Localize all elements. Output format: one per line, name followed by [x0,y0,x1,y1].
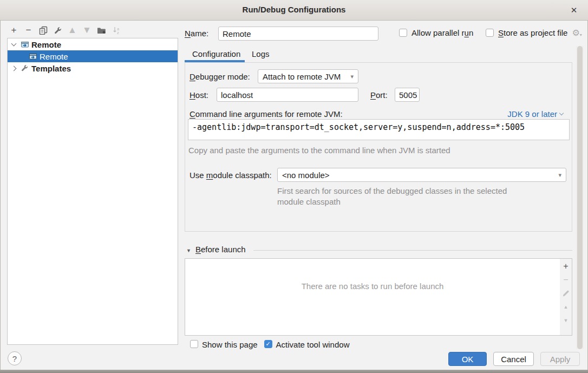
remote-configuration-icon [21,40,29,49]
host-input[interactable]: localhost [217,88,358,102]
move-down-icon[interactable]: ▼ [82,25,92,36]
store-as-project-file-option: Store as project file ⚙▾ [486,28,582,37]
activate-tool-window-label: Activate tool window [276,340,350,349]
module-classpath-select[interactable]: <no module> ▾ [277,168,566,182]
chevron-right-icon[interactable] [11,66,17,71]
configurations-toolbar: + − ▲ ▼ az [9,24,121,36]
close-icon[interactable]: ✕ [566,3,582,17]
tree-item-remote-group[interactable]: Remote [8,38,178,50]
before-launch-collapse-icon[interactable]: ▼ [186,248,191,253]
activate-tool-window-checkbox[interactable]: ✓ [264,340,272,348]
move-task-down-icon[interactable]: ▼ [561,316,571,325]
templates-wrench-icon [21,64,29,73]
page-options-row: Show this page ✓ Activate tool window [190,340,417,349]
sort-configurations-icon[interactable]: az [111,25,121,36]
add-task-button[interactable]: + [561,261,571,271]
chevron-down-icon[interactable] [11,41,17,47]
debugger-mode-select[interactable]: Attach to remote JVM ▾ [258,69,358,83]
dialog-title: Run/Debug Configurations [0,5,588,14]
store-as-project-file-checkbox[interactable] [486,29,494,37]
tree-item-label: Remote [31,40,61,49]
help-button[interactable]: ? [8,351,22,365]
remove-task-button[interactable]: − [561,275,571,285]
create-new-folder-icon[interactable] [96,25,107,36]
apply-button[interactable]: Apply [540,352,580,366]
before-launch-title: Before launch [195,245,246,254]
command-line-arguments-label: Command line arguments for remote JVM: [190,109,343,119]
remove-configuration-button[interactable]: − [23,25,34,36]
debugger-mode-label: Debugger mode: [190,72,250,81]
tree-item-remote-selected[interactable]: Remote [8,50,178,62]
edit-defaults-wrench-icon[interactable] [53,25,63,36]
command-line-arguments-field[interactable]: -agentlib:jdwp=transport=dt_socket,serve… [188,119,570,140]
tree-item-templates[interactable]: Templates [8,62,178,74]
show-this-page-option: Show this page [190,340,258,349]
chevron-down-icon: ▾ [558,172,561,179]
tree-item-label: Remote [40,52,68,61]
store-settings-gear-icon[interactable]: ⚙▾ [572,29,582,37]
use-module-classpath-label: Use module classpath: [190,171,272,180]
activate-tool-window-option: ✓ Activate tool window [264,340,350,349]
before-launch-task-list[interactable]: There are no tasks to run before launch [185,258,560,336]
module-hint-line2: module classpath [277,197,341,206]
cancel-button[interactable]: Cancel [493,352,534,366]
port-label: Port: [370,90,388,100]
store-as-project-file-label: Store as project file [498,28,567,37]
show-this-page-checkbox[interactable] [190,340,198,348]
allow-parallel-run-option: Allow parallel run [399,28,473,37]
port-input[interactable]: 5005 [395,88,420,102]
module-hint-line1: First search for sources of the debugged… [277,186,507,195]
move-up-icon[interactable]: ▲ [67,25,77,36]
allow-parallel-run-checkbox[interactable] [399,29,407,37]
configurations-tree: Remote Remote Templates [7,38,178,345]
scrollbar-thumb[interactable] [577,46,583,349]
tree-item-label: Templates [31,64,71,73]
copy-configuration-icon[interactable] [38,25,48,36]
move-task-up-icon[interactable]: ▲ [561,302,571,312]
name-label: Name: [185,29,208,38]
name-input[interactable]: Remote [218,27,378,41]
before-launch-empty-text: There are no tasks to run before launch [185,282,560,291]
command-line-hint: Copy and paste the arguments to the comm… [188,146,450,155]
before-launch-separator [253,250,572,251]
ok-button[interactable]: OK [448,352,487,366]
chevron-down-icon [559,111,564,115]
show-this-page-label: Show this page [202,340,258,349]
tab-configuration[interactable]: Configuration [192,49,240,58]
remote-configuration-icon [29,52,37,61]
add-configuration-button[interactable]: + [9,25,19,36]
vertical-scrollbar[interactable] [576,46,584,349]
configuration-form: Debugger mode: Attach to remote JVM ▾ Ho… [185,62,572,232]
jdk-version-dropdown-link[interactable]: JDK 9 or later [507,109,563,119]
run-debug-configurations-dialog: Run/Debug Configurations ✕ + − ▲ ▼ az Re… [0,0,588,373]
svg-text:z: z [117,30,119,35]
window-bottom-edge [0,370,588,373]
titlebar: Run/Debug Configurations ✕ [0,0,588,21]
allow-parallel-run-label: Allow parallel run [411,28,473,37]
host-label: Host: [190,90,208,100]
tab-logs[interactable]: Logs [252,49,270,58]
edit-task-pencil-icon[interactable] [561,289,571,298]
before-launch-toolbar: + − ▲ ▼ [560,258,572,336]
chevron-down-icon: ▾ [350,73,354,80]
